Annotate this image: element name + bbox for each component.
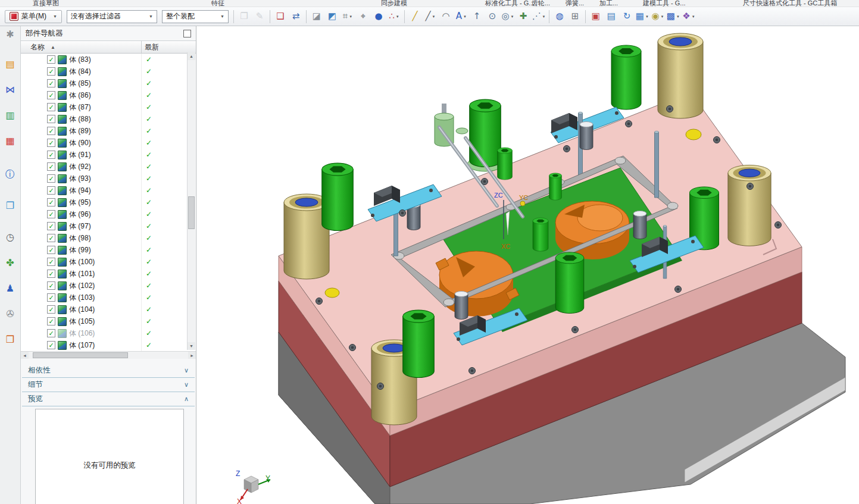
table-row[interactable]: ✓ 体 (87) ✓ xyxy=(21,101,196,113)
wand-icon[interactable]: ❖▼ xyxy=(681,10,696,24)
part-navigator-icon[interactable]: ▥ xyxy=(4,108,17,121)
cube-icon[interactable]: ▩▼ xyxy=(666,10,681,24)
hex-socket-bolt[interactable] xyxy=(403,310,435,377)
row-checkbox[interactable]: ✓ xyxy=(47,103,55,111)
ribbon-tab[interactable]: 直接草图 xyxy=(33,0,59,7)
row-checkbox[interactable]: ✓ xyxy=(47,67,55,76)
ribbon-tab[interactable]: 尺寸快速格式化工具 - GC工具箱 xyxy=(743,0,837,7)
hide-body-icon[interactable]: ◪ xyxy=(309,10,324,24)
table-row[interactable]: ✓ 体 (91) ✓ xyxy=(21,149,196,161)
table-row[interactable]: ✓ 体 (83) ✓ xyxy=(21,54,196,65)
table-row[interactable]: ✓ 体 (94) ✓ xyxy=(21,184,196,196)
row-checkbox[interactable]: ✓ xyxy=(47,127,55,135)
table-row[interactable]: ✓ 体 (101) ✓ xyxy=(21,268,196,280)
yellow-plug[interactable] xyxy=(686,129,701,140)
ribbon-tab[interactable]: 标准化工具 - G... xyxy=(485,0,535,7)
table-row[interactable]: ✓ 体 (92) ✓ xyxy=(21,161,196,173)
point-set-icon[interactable]: ∴▼ xyxy=(386,10,402,24)
assembly-navigator-icon[interactable]: ▤ xyxy=(4,57,17,70)
row-checkbox[interactable]: ✓ xyxy=(47,329,55,337)
table-row[interactable]: ✓ 体 (107) ✓ xyxy=(21,339,196,351)
selection-marquee-icon[interactable]: ⌗▼ xyxy=(340,10,355,24)
line-icon[interactable]: ╱ xyxy=(407,10,423,24)
notes-icon[interactable]: ❒ xyxy=(4,333,17,346)
row-checkbox[interactable]: ✓ xyxy=(47,151,55,159)
row-checkbox[interactable]: ✓ xyxy=(47,293,55,302)
row-checkbox[interactable]: ✓ xyxy=(47,79,55,87)
scrollbar-thumb[interactable] xyxy=(188,196,195,229)
selection-scope-dropdown[interactable]: 整个装配 ▼ xyxy=(162,10,229,23)
system-scenes-icon[interactable]: ✤ xyxy=(4,256,17,269)
plus-icon[interactable]: ✚ xyxy=(516,10,531,24)
web-browser-icon[interactable]: ❐ xyxy=(4,199,17,212)
ribbon-tab[interactable]: 加工... xyxy=(599,0,618,7)
table-row[interactable]: ✓ 体 (95) ✓ xyxy=(21,196,196,208)
table-row[interactable]: ✓ 体 (90) ✓ xyxy=(21,137,196,149)
section-细节[interactable]: 细节∨ xyxy=(22,378,195,392)
disc-icon[interactable]: ◉▼ xyxy=(650,10,666,24)
row-checkbox[interactable]: ✓ xyxy=(47,139,55,147)
row-checkbox[interactable]: ✓ xyxy=(47,174,55,183)
row-checkbox[interactable]: ✓ xyxy=(47,270,55,278)
table-row[interactable]: ✓ 体 (99) ✓ xyxy=(21,244,196,256)
row-checkbox[interactable]: ✓ xyxy=(47,317,55,325)
arc-icon[interactable]: ◠ xyxy=(438,10,454,24)
table-row[interactable]: ✓ 体 (105) ✓ xyxy=(21,315,196,327)
table-row[interactable]: ✓ 体 (96) ✓ xyxy=(21,208,196,220)
calculator-icon[interactable]: ⊞ xyxy=(567,10,583,24)
point-icon[interactable]: ⊙ xyxy=(485,10,500,24)
table-row[interactable]: ✓ 体 (104) ✓ xyxy=(21,303,196,315)
table-row[interactable]: ✓ 体 (98) ✓ xyxy=(21,232,196,244)
row-checkbox[interactable]: ✓ xyxy=(47,186,55,195)
text-on-curve-icon[interactable]: A▼ xyxy=(454,10,469,24)
format-painter-icon[interactable]: ✎ xyxy=(252,10,267,24)
section-preview[interactable]: 预览 ∧ xyxy=(22,392,195,406)
row-checkbox[interactable]: ✓ xyxy=(47,115,55,123)
show-body-icon[interactable]: ◩ xyxy=(324,10,340,24)
scrollbar-thumb[interactable] xyxy=(33,352,128,358)
selection-filter-dropdown[interactable]: 没有选择过滤器 ▼ xyxy=(67,10,157,23)
ribbon-tab[interactable]: 弹簧... xyxy=(566,0,584,7)
swap-view-icon[interactable]: ⇄ xyxy=(288,10,304,24)
settings-gear-icon[interactable]: ✱ xyxy=(4,27,17,40)
table-row[interactable]: ✓ 体 (88) ✓ xyxy=(21,113,196,125)
row-checkbox[interactable]: ✓ xyxy=(47,305,55,314)
row-checkbox[interactable]: ✓ xyxy=(47,281,55,290)
yellow-plug[interactable] xyxy=(325,288,339,298)
row-checkbox[interactable]: ✓ xyxy=(47,341,55,349)
table-row[interactable]: ✓ 体 (100) ✓ xyxy=(21,256,196,268)
undock-panel-button[interactable] xyxy=(183,30,191,37)
ribbon-tab[interactable]: 建模工具 - G... xyxy=(643,0,686,7)
table-row[interactable]: ✓ 体 (84) ✓ xyxy=(21,65,196,77)
table-row[interactable]: ✓ 体 (89) ✓ xyxy=(21,125,196,137)
row-checkbox[interactable]: ✓ xyxy=(47,222,55,230)
horizontal-scrollbar[interactable]: ◄ ► xyxy=(21,351,196,359)
display-monitor-icon[interactable]: ▣ xyxy=(588,10,604,24)
menu-button[interactable]: 菜单(M) ▼ xyxy=(5,10,62,23)
row-checkbox[interactable]: ✓ xyxy=(47,198,55,206)
graphics-window[interactable]: ZC YC XC Z Y X xyxy=(196,26,859,504)
row-checkbox[interactable]: ✓ xyxy=(47,55,55,64)
guide-bushing[interactable] xyxy=(658,33,703,118)
table-row[interactable]: ✓ 体 (103) ✓ xyxy=(21,292,196,303)
scroll-right-button[interactable]: ► xyxy=(188,352,196,359)
table-row[interactable]: ✓ 体 (93) ✓ xyxy=(21,173,196,184)
table-row[interactable]: ✓ 体 (85) ✓ xyxy=(21,77,196,89)
paste-icon[interactable]: ❐ xyxy=(236,10,252,24)
measure-icon[interactable]: ⋰▼ xyxy=(531,10,546,24)
polyline-icon[interactable]: ╱▼ xyxy=(423,10,438,24)
process-studio-icon[interactable]: ✇ xyxy=(4,307,17,320)
table-row[interactable]: ✓ 体 (102) ✓ xyxy=(21,280,196,292)
hex-socket-bolt[interactable] xyxy=(470,99,501,167)
row-checkbox[interactable]: ✓ xyxy=(47,234,55,242)
constraint-navigator-icon[interactable]: ⋈ xyxy=(4,83,17,96)
navigator-column-header[interactable]: 名称 ▲ 最新 xyxy=(21,40,196,54)
window-display-icon[interactable]: ❑ xyxy=(273,10,288,24)
row-checkbox[interactable]: ✓ xyxy=(47,162,55,171)
reuse-library-icon[interactable]: ▦ xyxy=(4,134,17,147)
hex-socket-bolt[interactable] xyxy=(555,252,584,314)
hex-socket-bolt[interactable] xyxy=(322,163,354,230)
row-checkbox[interactable]: ✓ xyxy=(47,91,55,99)
ribbon-tab[interactable]: 齿轮... xyxy=(532,0,550,7)
table-row[interactable]: ✓ 体 (106) ✓ xyxy=(21,327,196,339)
